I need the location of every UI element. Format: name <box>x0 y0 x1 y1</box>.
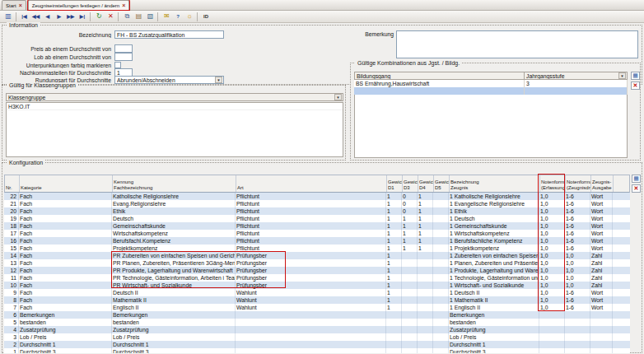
tab-zeugniseinstellungen[interactable]: Zeugniseinstellungen festlegen / ändern … <box>28 0 130 10</box>
klassengruppe-combo-label: Klassengruppe <box>8 95 45 100</box>
tab-start[interactable]: Start × <box>2 0 26 10</box>
nav-previous-button[interactable]: ◀ <box>42 12 53 21</box>
konfiguration-cell-aus: Zahl <box>590 252 613 259</box>
konfiguration-row[interactable]: 15FachProjektkompetenzPflichtunt1111 Pro… <box>4 245 630 252</box>
konfiguration-cell-art: Prüfungsber <box>236 267 386 274</box>
klassengruppe-combo[interactable]: Klassengruppe ▼ <box>6 93 343 101</box>
konfiguration-cell-ken: PR Wirtschaft- und Sozialkunde <box>112 282 236 289</box>
column-header-d4[interactable]: GewichtD4 <box>418 175 434 192</box>
konfiguration-row[interactable]: 19FachDeutschPflichtunt1111 Deutsch1,01-… <box>4 215 630 222</box>
tab-close-icon[interactable]: × <box>122 2 125 8</box>
column-header-jahrgangsstufe[interactable]: Jahrgangsstufe ▼ <box>525 72 628 80</box>
column-header-kat[interactable]: Kategorie <box>20 175 113 192</box>
konfiguration-row[interactable]: 9FachDeutsch IIWahlunt11 Deutsch II1,01-… <box>4 289 630 296</box>
klassengruppe-item[interactable]: H3KO.IT <box>7 103 343 110</box>
paste-button[interactable]: ▤ <box>133 12 143 21</box>
column-header-d3[interactable]: GewichtD3 <box>403 175 418 192</box>
konfiguration-row[interactable]: 22FachKatholische ReligionslehrePflichtu… <box>4 193 630 200</box>
konfiguration-cell-kat: Fach <box>19 230 112 237</box>
kombination-row[interactable] <box>354 87 628 95</box>
chevron-down-icon[interactable]: ▼ <box>618 72 626 79</box>
column-header-ken[interactable]: KennungFachbezeichnung <box>113 175 236 192</box>
konfiguration-row[interactable]: 13FachPR Planen, Zubereiten, Präsentiere… <box>4 259 630 267</box>
konfiguration-row[interactable]: 12FachPR Produkte, Lagerhaltung und Ware… <box>4 267 630 274</box>
konfiguration-cell-kat: Fach <box>19 222 112 230</box>
nav-fast-backward-button[interactable]: ◀◀ <box>30 12 41 21</box>
column-header-d5[interactable]: GewichtD5 <box>434 175 450 192</box>
konfiguration-cell-d4 <box>418 319 433 326</box>
column-header-bez[interactable]: BezeichnungZeugnis <box>450 175 540 192</box>
hint-button[interactable]: ☼ <box>184 12 194 21</box>
delete-button[interactable]: ✕ <box>105 12 115 21</box>
konfiguration-row[interactable]: 20FachEthikPflichtunt1011 Ethik1,01-6Wor… <box>4 207 630 215</box>
column-header-d1[interactable]: GewichtD1 <box>387 175 403 192</box>
column-header-art[interactable]: Art <box>236 175 387 192</box>
konfiguration-cell-d4: 1 <box>418 215 433 222</box>
mail-button[interactable]: ✉ <box>161 12 171 21</box>
column-header-nfe[interactable]: Notenformat(Erfassung) <box>540 175 566 192</box>
konfiguration-cell-nfe: 1,0 <box>539 259 565 267</box>
konfiguration-cell-nfd <box>565 311 590 319</box>
konfiguration-cell-ken: PR Produkte, Lagerhaltung und Warenwirts… <box>112 267 236 274</box>
chevron-down-icon[interactable]: ▼ <box>215 77 222 83</box>
konfiguration-cell-nr: 21 <box>4 200 19 207</box>
column-header-nr[interactable]: Nr. <box>5 175 20 192</box>
konfiguration-cell-d3 <box>402 348 418 353</box>
column-header-nfd[interactable]: Notenformat(Zeugnisdruck) <box>566 175 591 192</box>
konfiguration-cell-aus: Wort <box>590 222 613 230</box>
konfiguration-row[interactable]: 18FachGemeinschaftskundePflichtunt1111 G… <box>4 222 630 230</box>
konfiguration-row[interactable]: 14FachPR Zubereiten von einfachen Speise… <box>4 252 630 259</box>
save-button[interactable]: ▥ <box>2 12 13 21</box>
konfiguration-row[interactable]: 5bestandenbestandenbestanden <box>4 319 630 326</box>
lob-input[interactable] <box>114 53 133 61</box>
chevron-down-icon[interactable]: ▼ <box>334 94 342 100</box>
konfiguration-row[interactable]: 10FachPR Wirtschaft- und SozialkundePrüf… <box>4 282 630 289</box>
unterpunktungen-checkbox[interactable] <box>114 62 121 68</box>
konfiguration-cell-d3: 1 <box>402 215 418 222</box>
konfiguration-cell-d4 <box>418 333 433 341</box>
konfiguration-cell-nr: 15 <box>4 245 19 252</box>
konfiguration-cell-kat: Zusatzprüfung <box>19 326 112 333</box>
preis-input[interactable] <box>114 44 133 53</box>
help-button[interactable]: ? <box>172 12 183 21</box>
delete-row-icon[interactable]: ✕ <box>632 184 641 193</box>
konfiguration-cell-d1: 1 <box>386 207 402 215</box>
refresh-button[interactable]: ↻ <box>93 12 104 21</box>
konfiguration-row[interactable]: 17FachWirtschaftskompetenzPflichtunt1111… <box>4 230 630 237</box>
konfiguration-cell-d3 <box>402 267 418 274</box>
nav-next-button[interactable]: ▶ <box>54 12 64 21</box>
konfiguration-cell-nfe: 1,0 <box>539 274 565 282</box>
konfiguration-row[interactable]: 7FachEnglisch IIWahlunt11 Englisch II1,0… <box>4 304 630 311</box>
konfiguration-row[interactable]: 8FachMathematik IIWahlunt11 Mathematik I… <box>4 296 630 304</box>
konfiguration-cell-nr: 14 <box>4 252 19 259</box>
table-columns-icon[interactable]: ▦ <box>632 175 641 183</box>
konfiguration-row[interactable]: 3Lob / PreisLob / PreisLob / Preis <box>4 333 630 341</box>
konfiguration-row[interactable]: 2Durchschnitt 1Durchschnitt 1Durchschnit… <box>4 341 630 348</box>
bemerkung-textarea[interactable] <box>396 30 638 58</box>
konfiguration-cell-nfd: 1-6 <box>565 222 590 230</box>
id-button[interactable]: ID <box>200 12 211 21</box>
konfiguration-row[interactable]: 6BemerkungenBemerkungenBemerkungen <box>4 311 630 319</box>
konfiguration-row[interactable]: 21FachEvang.ReligionslehrePflichtunt1011… <box>4 200 630 207</box>
bezeichnung-input[interactable] <box>114 30 224 39</box>
export-button[interactable]: ▧ <box>144 12 155 21</box>
konfiguration-cell-nfe <box>539 326 565 333</box>
konfiguration-row[interactable]: 16FachBerufsfachl.KompetenzPflichtunt111… <box>4 237 630 245</box>
tab-close-icon[interactable]: × <box>19 2 22 8</box>
column-header-aus[interactable]: Zeugnis-Ausgabe <box>591 175 614 192</box>
nav-last-button[interactable]: ▶| <box>77 12 87 21</box>
nav-fast-forward-button[interactable]: ▶▶ <box>65 12 76 21</box>
kombination-row[interactable]: BS Ernährung,Hauswirtschaft3 <box>354 80 628 87</box>
table-columns-icon[interactable]: ▦ <box>631 72 640 80</box>
konfiguration-row[interactable]: 4ZusatzprüfungZusatzprüfungZusatzprüfung <box>4 326 630 333</box>
rundungsart-select[interactable]: Abrunden/Abschneiden ▼ <box>114 76 224 84</box>
konfiguration-cell-nr: 7 <box>4 304 19 311</box>
copy-button[interactable]: ⧉ <box>121 12 132 21</box>
konfiguration-cell-d5 <box>433 267 449 274</box>
column-header-bildungsgang[interactable]: Bildungsgang <box>354 72 525 80</box>
nav-first-button[interactable]: |◀ <box>19 12 30 21</box>
konfiguration-row[interactable]: 11FachPR Technologie, Gästeinformation, … <box>4 274 630 282</box>
konfiguration-cell-kat: Fach <box>19 282 112 289</box>
konfiguration-row[interactable]: 1Durchschnitt 3Durchschnitt 3Durchschnit… <box>4 348 630 353</box>
delete-row-icon[interactable]: ✕ <box>631 82 640 90</box>
